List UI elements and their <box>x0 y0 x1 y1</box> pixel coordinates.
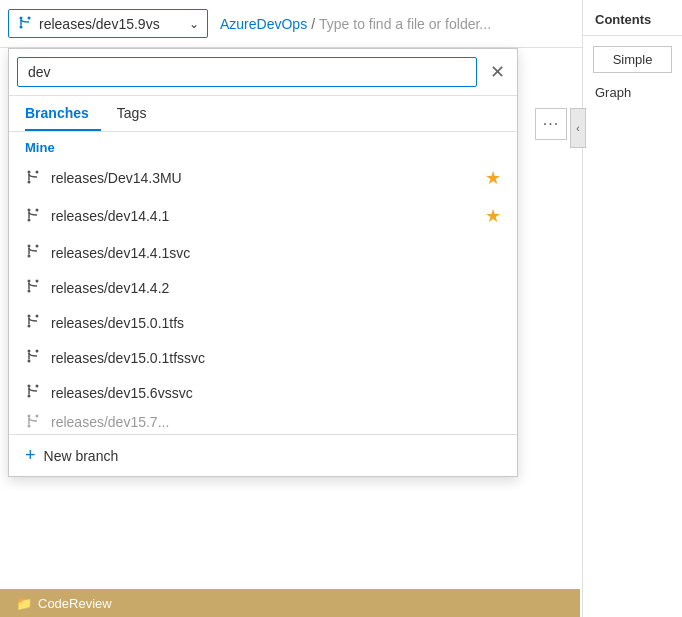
svg-point-28 <box>28 385 31 388</box>
branch-search-input[interactable] <box>17 57 477 87</box>
svg-point-0 <box>20 17 23 20</box>
svg-point-9 <box>28 218 31 221</box>
branch-item[interactable]: releases/Dev14.3MU ★ <box>9 159 517 197</box>
new-branch-row[interactable]: + New branch <box>9 434 517 476</box>
svg-point-14 <box>36 245 39 248</box>
right-panel-header: Contents <box>583 0 682 36</box>
branch-item-icon <box>25 243 41 262</box>
svg-point-22 <box>36 315 39 318</box>
svg-point-26 <box>36 350 39 353</box>
branch-item[interactable]: releases/dev15.6vssvc <box>9 375 517 410</box>
file-search-placeholder[interactable]: Type to find a file or folder... <box>319 16 491 32</box>
new-branch-label: New branch <box>44 448 119 464</box>
branch-name-label: releases/dev15.9vs <box>39 16 183 32</box>
branch-chevron-icon: ⌄ <box>189 17 199 31</box>
branch-item[interactable]: releases/dev14.4.1 ★ <box>9 197 517 235</box>
svg-point-5 <box>28 180 31 183</box>
branch-item[interactable]: releases/dev14.4.1svc <box>9 235 517 270</box>
tab-branches[interactable]: Branches <box>25 97 101 131</box>
branch-item-name: releases/dev14.4.1 <box>51 208 475 224</box>
branch-item-icon <box>25 348 41 367</box>
branch-item[interactable]: releases/dev15.0.1tfssvc <box>9 340 517 375</box>
collapse-icon: ‹ <box>576 123 579 134</box>
branch-item[interactable]: releases/dev15.0.1tfs <box>9 305 517 340</box>
branch-item-name: releases/dev15.7... <box>51 414 501 430</box>
branch-item-name: releases/dev14.4.1svc <box>51 245 501 261</box>
breadcrumb-link[interactable]: AzureDevOps <box>220 16 307 32</box>
branch-item-name: releases/dev14.4.2 <box>51 280 501 296</box>
search-row: ✕ <box>9 49 517 96</box>
right-panel: Contents Simple Graph <box>582 0 682 617</box>
svg-point-18 <box>36 280 39 283</box>
svg-point-13 <box>28 255 31 258</box>
branch-item-star-icon[interactable]: ★ <box>485 167 501 189</box>
folder-hint-bar: 📁 CodeReview <box>0 589 580 617</box>
svg-point-34 <box>36 414 39 417</box>
branch-item-name: releases/dev15.0.1tfs <box>51 315 501 331</box>
branch-item[interactable]: releases/dev15.7... <box>9 410 517 434</box>
branch-list: releases/Dev14.3MU ★ releases/dev14.4.1 … <box>9 159 517 434</box>
branch-item-icon <box>25 278 41 297</box>
breadcrumb-separator: / <box>311 16 315 32</box>
svg-point-32 <box>28 414 31 417</box>
branch-icon <box>17 14 33 33</box>
ellipsis-icon: ··· <box>543 115 559 133</box>
simple-view-button[interactable]: Simple <box>593 46 672 73</box>
more-options-button[interactable]: ··· <box>535 108 567 140</box>
svg-point-29 <box>28 395 31 398</box>
branch-item[interactable]: releases/dev14.4.2 <box>9 270 517 305</box>
svg-point-21 <box>28 325 31 328</box>
collapse-panel-button[interactable]: ‹ <box>570 108 586 148</box>
tab-tags[interactable]: Tags <box>117 97 159 131</box>
svg-point-10 <box>36 208 39 211</box>
svg-point-1 <box>20 26 23 29</box>
branch-item-name: releases/dev15.0.1tfssvc <box>51 350 501 366</box>
branch-item-icon <box>25 383 41 402</box>
section-mine-label: Mine <box>9 132 517 159</box>
svg-point-30 <box>36 385 39 388</box>
branch-tabs: Branches Tags <box>9 96 517 132</box>
branch-item-icon <box>25 169 41 188</box>
graph-label: Graph <box>583 73 682 100</box>
branch-selector[interactable]: releases/dev15.9vs ⌄ <box>8 9 208 38</box>
svg-point-4 <box>28 170 31 173</box>
branch-item-icon <box>25 413 41 432</box>
branch-item-icon <box>25 313 41 332</box>
svg-point-2 <box>28 17 31 20</box>
plus-icon: + <box>25 445 36 466</box>
svg-point-16 <box>28 280 31 283</box>
branch-item-star-icon[interactable]: ★ <box>485 205 501 227</box>
folder-label: CodeReview <box>38 596 112 611</box>
svg-point-12 <box>28 245 31 248</box>
svg-point-6 <box>36 170 39 173</box>
svg-point-8 <box>28 208 31 211</box>
svg-point-24 <box>28 350 31 353</box>
top-bar: releases/dev15.9vs ⌄ AzureDevOps / Type … <box>0 0 682 48</box>
svg-point-17 <box>28 290 31 293</box>
branch-item-name: releases/Dev14.3MU <box>51 170 475 186</box>
svg-point-20 <box>28 315 31 318</box>
branch-item-name: releases/dev15.6vssvc <box>51 385 501 401</box>
svg-point-25 <box>28 360 31 363</box>
branch-dropdown: ✕ Branches Tags Mine releases/Dev14.3MU … <box>8 48 518 477</box>
branch-item-icon <box>25 207 41 226</box>
folder-icon: 📁 <box>16 596 32 611</box>
search-clear-icon[interactable]: ✕ <box>485 60 509 84</box>
svg-point-33 <box>28 424 31 427</box>
